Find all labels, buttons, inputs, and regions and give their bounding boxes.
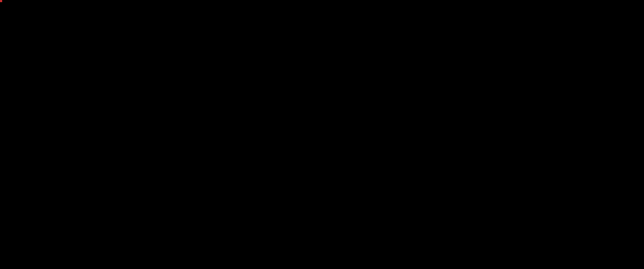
terminal-output [0, 0, 644, 269]
